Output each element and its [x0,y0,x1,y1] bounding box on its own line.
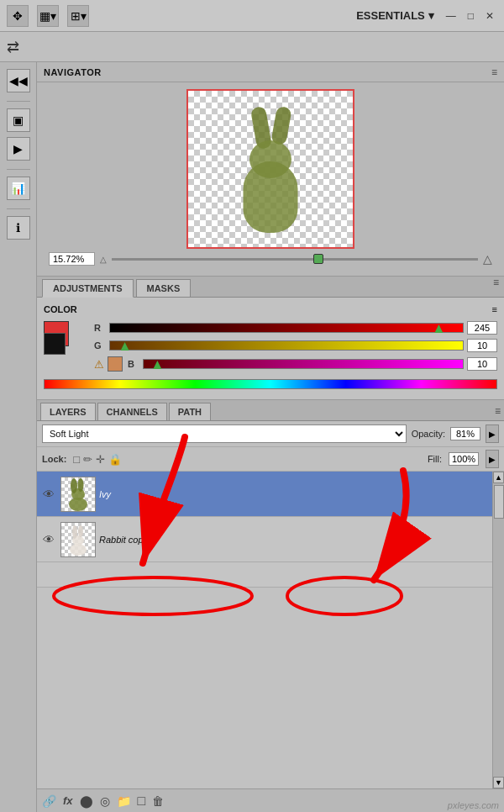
fill-input[interactable] [449,452,479,466]
fill-arrow-btn[interactable]: ▶ [486,450,499,468]
adjustments-menu-btn[interactable]: ≡ [493,277,499,297]
warning-icon: ⚠ [94,358,104,371]
folder-icon[interactable]: 📁 [117,794,131,808]
opacity-label: Opacity: [412,429,445,439]
tab-paths[interactable]: PATH [169,403,211,420]
layers-panel: LAYERS CHANNELS PATH ≡ Soft Light Opacit… [37,400,504,812]
zoom-input[interactable] [49,252,95,266]
layout-icon[interactable]: ⊞▾ [67,5,89,27]
adjustment-layer-icon[interactable]: ⬤ [80,794,93,808]
navigator-menu-btn[interactable]: ≡ [491,66,497,78]
layers-menu-btn[interactable]: ≡ [495,405,501,420]
spectrum-bar[interactable] [44,379,497,389]
layer-item[interactable]: 👁 Rabbit copy [37,517,492,562]
tab-masks[interactable]: MASKS [136,279,192,297]
opacity-arrow-btn[interactable]: ▶ [486,424,499,443]
fx-icon[interactable]: fx [63,794,73,807]
opacity-input[interactable] [450,427,480,440]
lock-transparent-icon[interactable]: □ [73,453,80,466]
play-tool-btn[interactable]: ▶ [7,137,30,161]
navigator-body: △ △ [37,82,504,276]
blue-slider-row: ⚠ B [94,356,497,372]
layers-bottom-toolbar: 🔗 fx ⬤ ◎ 📁 □ 🗑 [37,788,504,812]
scroll-thumb[interactable] [494,485,504,519]
lock-row: Lock: □ ✏ ✛ 🔒 Fill: ▶ [37,447,504,472]
color-title: COLOR [44,304,77,314]
red-slider[interactable] [109,323,464,333]
scroll-up-btn[interactable]: ▲ [493,472,504,483]
navigator-panel-header: NAVIGATOR ≡ [37,62,504,82]
zoom-in-icon[interactable]: △ [483,252,492,266]
layer-thumb-rabbit [60,522,96,557]
layer-eye-rabbit[interactable]: 👁 [40,531,57,548]
maximize-button[interactable]: □ [465,8,477,24]
adjustments-tab-bar: ADJUSTMENTS MASKS ≡ [37,277,504,298]
svg-point-2 [71,478,77,493]
green-slider-thumb[interactable] [121,342,129,351]
blend-mode-row: Soft Light Opacity: ▶ [37,421,504,447]
background-swatch[interactable] [44,333,66,355]
transform-icon[interactable]: ⇄ [7,38,19,56]
lock-brush-icon[interactable]: ✏ [83,453,92,466]
zoom-slider[interactable] [112,258,478,261]
tab-adjustments[interactable]: ADJUSTMENTS [42,279,134,298]
workspace-label: ESSENTIALS [356,9,425,22]
tool-separator-3 [7,208,30,209]
new-layer-icon[interactable]: □ [138,794,146,809]
zoom-out-icon[interactable]: △ [100,255,107,264]
collapse-tool-btn[interactable]: ◀◀ [7,69,30,92]
lock-icons: □ ✏ ✛ 🔒 [73,453,122,466]
green-value[interactable] [467,339,497,352]
lock-label: Lock: [42,454,66,464]
histogram-tool-btn[interactable]: 📊 [7,177,30,200]
rabbit-ear-right [270,105,292,145]
blue-value[interactable] [467,357,497,371]
workspace-title: ESSENTIALS ▾ [356,9,434,22]
red-slider-thumb[interactable] [434,324,443,333]
navigator-panel: NAVIGATOR ≡ [37,62,504,277]
green-slider[interactable] [109,340,464,351]
layer-item[interactable]: 👁 Ivy [37,472,492,517]
out-of-gamut-swatch[interactable] [108,356,123,372]
scroll-down-btn[interactable]: ▼ [493,777,504,788]
tool-separator-1 [7,101,30,102]
color-menu-btn[interactable]: ≡ [492,304,497,314]
selection-tool-btn[interactable]: ▣ [7,108,30,132]
move-tool-icon[interactable]: ✥ [7,5,29,27]
b-label: B [128,359,139,369]
left-toolbox: ◀◀ ▣ ▶ 📊 ℹ [0,62,37,812]
lock-all-icon[interactable]: 🔒 [108,453,122,466]
workspace-dropdown[interactable]: ▾ [428,9,434,22]
trash-icon[interactable]: 🗑 [152,794,164,808]
r-label: R [94,323,106,333]
scroll-track [493,483,504,777]
close-button[interactable]: ✕ [482,8,497,24]
red-value[interactable] [467,321,497,335]
layer-list: 👁 Ivy [37,472,492,788]
arrange-icon[interactable]: ▦▾ [37,5,59,27]
blend-mode-select[interactable]: Soft Light [42,424,407,443]
navigator-title: NAVIGATOR [44,67,102,77]
mask-icon[interactable]: ◎ [100,794,110,808]
color-sliders: R G ⚠ [94,321,497,376]
lock-move-icon[interactable]: ✛ [96,453,105,466]
blue-slider-thumb[interactable] [153,361,161,369]
minimize-button[interactable]: — [443,8,459,24]
layer-item-empty [37,562,492,588]
green-slider-row: G [94,339,497,352]
tab-layers[interactable]: LAYERS [40,403,96,420]
svg-point-7 [78,525,83,537]
blue-slider[interactable] [143,359,464,369]
tab-channels[interactable]: CHANNELS [97,403,167,420]
fill-label: Fill: [428,454,442,464]
info-tool-btn[interactable]: ℹ [7,216,30,240]
layer-name-rabbit: Rabbit copy [99,535,489,545]
sub-toolbar: ⇄ [0,32,504,62]
rabbit-shape [235,111,307,233]
zoom-thumb[interactable] [313,254,323,264]
top-toolbar: ✥ ▦▾ ⊞▾ ESSENTIALS ▾ — □ ✕ [0,0,504,32]
navigator-preview [186,89,354,249]
layer-eye-ivy[interactable]: 👁 [40,486,57,503]
layers-tab-bar: LAYERS CHANNELS PATH ≡ [37,400,504,421]
link-icon[interactable]: 🔗 [42,794,56,808]
